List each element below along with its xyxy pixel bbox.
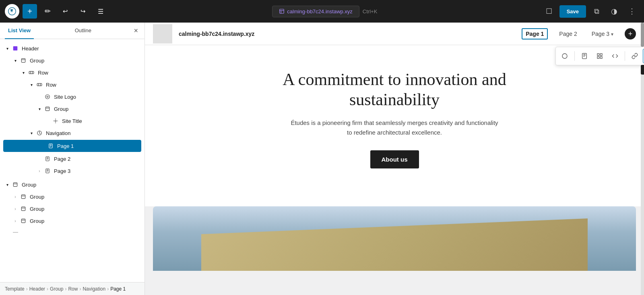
- list-view-button[interactable]: ☰: [93, 4, 108, 19]
- building-facade: [201, 218, 588, 271]
- hero-subtitle: Études is a pioneering firm that seamles…: [290, 118, 499, 137]
- tree-label-row2: Row: [46, 82, 56, 88]
- tree-item-row2[interactable]: ▾ Row: [0, 79, 144, 91]
- nav-pages: Page 1 Page 2 Page 3 ▾ +: [522, 28, 636, 39]
- tree-item-page3[interactable]: › Page 3: [0, 165, 144, 177]
- canvas-header: calming-bb7c24.instawp.xyz Page 1 Page 2…: [145, 23, 644, 45]
- page3-block-icon: [43, 167, 52, 175]
- svg-rect-4: [37, 83, 42, 86]
- chevron-group5: ›: [11, 207, 19, 211]
- add-nav-item-button[interactable]: +: [625, 28, 636, 39]
- group1-block-icon: [19, 56, 27, 64]
- svg-rect-22: [600, 56, 602, 58]
- tree-label-header: Header: [22, 46, 39, 52]
- tree-item-group5[interactable]: › Group: [0, 203, 144, 215]
- tree-item-header[interactable]: ▾ Header: [0, 42, 144, 54]
- breadcrumb-group[interactable]: Group: [50, 286, 63, 292]
- nav-page-2[interactable]: Page 2: [556, 29, 580, 39]
- device-preview-button[interactable]: ☐: [542, 4, 556, 19]
- chevron-page3: ›: [35, 169, 43, 173]
- add-block-button[interactable]: +: [23, 4, 37, 19]
- tree-label-site-logo: Site Logo: [54, 94, 76, 100]
- group2-block-icon: [43, 105, 52, 113]
- breadcrumb-header[interactable]: Header: [29, 286, 45, 292]
- about-us-button[interactable]: About us: [370, 150, 419, 168]
- tree-label-row1: Row: [38, 70, 48, 76]
- tree-item-navigation[interactable]: ▾ Navigation: [0, 127, 144, 139]
- nav-page-3[interactable]: Page 3 ▾: [588, 29, 617, 39]
- tree-item-group1[interactable]: ▾ Group: [0, 54, 144, 66]
- tree-item-page2[interactable]: Page 2: [0, 153, 144, 165]
- toolbar-link-button[interactable]: [627, 49, 642, 63]
- sidebar-tree: ▾ Header ▾ Group ▾: [0, 39, 144, 282]
- contrast-button[interactable]: ◑: [607, 4, 621, 19]
- tree-item-group3[interactable]: ▾ Group: [0, 179, 144, 191]
- tree-label-page2: Page 2: [54, 156, 70, 162]
- wp-logo: [5, 4, 19, 19]
- nav-page-1[interactable]: Page 1: [522, 28, 548, 39]
- chevron-group1: ▾: [11, 58, 19, 63]
- toolbar-circle-button[interactable]: [557, 49, 572, 63]
- save-button[interactable]: Save: [559, 5, 586, 18]
- svg-rect-0: [280, 9, 284, 14]
- svg-rect-21: [597, 56, 599, 58]
- chevron-header: ▾: [3, 46, 11, 51]
- tree-item-page1[interactable]: Page 1: [3, 140, 141, 152]
- tree-item-dash: —: [0, 227, 144, 237]
- chevron-group3: ▾: [3, 183, 11, 187]
- breadcrumb-template[interactable]: Template: [5, 286, 25, 292]
- hero-title: A commitment to innovation and sustainab…: [254, 69, 535, 110]
- svg-point-6: [47, 96, 48, 98]
- group5-block-icon: [19, 205, 27, 213]
- tree-item-site-title[interactable]: Site Title: [0, 115, 144, 127]
- blog-home-button[interactable]: calming-bb7c24.instawp.xyz: [272, 6, 359, 17]
- breadcrumb-page1[interactable]: Page 1: [110, 286, 126, 292]
- sidebar-close-button[interactable]: ×: [132, 25, 140, 37]
- scrollbar-thumb[interactable]: [641, 23, 644, 47]
- svg-rect-2: [21, 58, 25, 62]
- undo-button[interactable]: ↩: [58, 4, 72, 19]
- chevron-row1: ▾: [19, 71, 27, 75]
- edit-button[interactable]: ✏: [40, 4, 55, 19]
- chevron-navigation: ▾: [27, 131, 35, 135]
- shortcut-hint: Ctrl+K: [363, 8, 377, 15]
- site-logo-placeholder: [153, 24, 172, 44]
- svg-rect-19: [597, 54, 599, 56]
- group4-block-icon: [19, 193, 27, 201]
- toolbar-code-button[interactable]: [608, 49, 622, 63]
- tree-label-group6: Group: [30, 218, 44, 224]
- breadcrumb-navigation[interactable]: Navigation: [83, 286, 105, 292]
- sidebar-tabs: List View Outline ×: [0, 23, 144, 39]
- tree-item-group4[interactable]: › Group: [0, 191, 144, 203]
- toolbar-popup: B I ∨ ⋯: [555, 47, 644, 65]
- breadcrumb-row[interactable]: Row: [68, 286, 78, 292]
- view-options-button[interactable]: ⧉: [589, 4, 604, 19]
- tab-outline[interactable]: Outline: [72, 23, 95, 39]
- tab-list-view[interactable]: List View: [5, 23, 34, 39]
- tree-item-site-logo[interactable]: Site Logo: [0, 91, 144, 103]
- toolbar-doc-button[interactable]: [577, 49, 592, 63]
- options-button[interactable]: ⋮: [625, 4, 639, 19]
- svg-point-8: [55, 120, 56, 122]
- redo-button[interactable]: ↪: [76, 4, 90, 19]
- group6-block-icon: [19, 217, 27, 225]
- submenu-tooltip: Add submenu: [641, 65, 644, 75]
- page1-block-icon: [47, 142, 55, 150]
- building-image: [153, 206, 636, 271]
- breadcrumb-bar: Template › Header › Group › Row › Naviga…: [0, 282, 144, 295]
- sidebar: List View Outline × ▾ Header ▾ G: [0, 23, 145, 295]
- top-bar-center: calming-bb7c24.instawp.xyz Ctrl+K: [111, 6, 539, 17]
- tree-label-page3: Page 3: [54, 168, 70, 174]
- svg-point-5: [45, 95, 50, 99]
- tree-label-group5: Group: [30, 206, 44, 212]
- svg-rect-16: [21, 219, 25, 222]
- top-bar-right: ☐ Save ⧉ ◑ ⋮: [542, 4, 639, 19]
- toolbar-divider-2: [625, 51, 625, 61]
- tree-item-group2[interactable]: ▾ Group: [0, 103, 144, 115]
- tree-item-group6[interactable]: › Group: [0, 215, 144, 227]
- tree-label-page1: Page 1: [57, 143, 74, 149]
- site-title-block-icon: [52, 117, 60, 125]
- navigation-block-icon: [35, 129, 43, 137]
- toolbar-grid-button[interactable]: [592, 49, 607, 63]
- tree-item-row1[interactable]: ▾ Row: [0, 66, 144, 79]
